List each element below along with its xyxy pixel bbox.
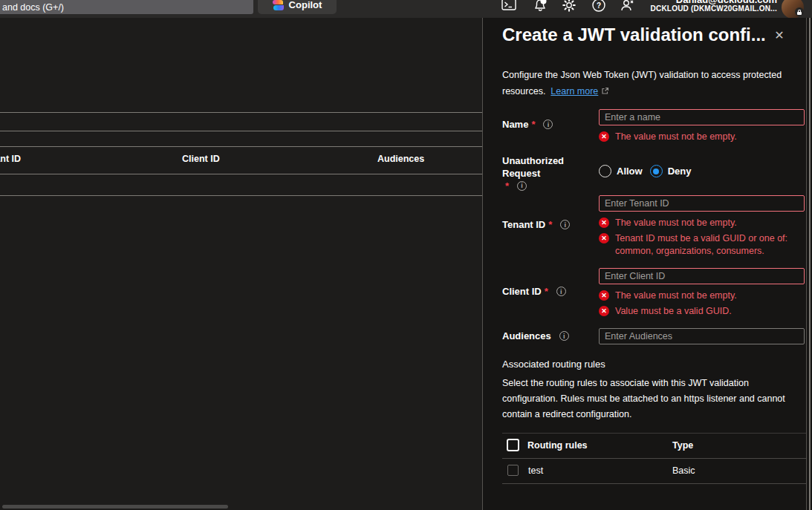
unauthorized-request-radio-group: Allow Deny <box>599 165 691 177</box>
horizontal-scrollbar[interactable] <box>2 505 228 509</box>
description-text: Configure the Json Web Token (JWT) valid… <box>502 70 782 97</box>
name-label: Name*i <box>502 119 553 130</box>
row-type-cell: Basic <box>672 465 695 476</box>
error-icon: ✕ <box>599 233 609 243</box>
table-border-top <box>502 433 806 434</box>
name-error: ✕ The value must not be empty. <box>599 131 737 143</box>
row-checkbox[interactable] <box>507 465 519 476</box>
required-marker: * <box>548 219 552 230</box>
page-title: Create a JWT validation confi... <box>502 24 766 45</box>
error-icon: ✕ <box>599 306 609 316</box>
row-name-cell: test <box>528 465 543 476</box>
settings-icon[interactable] <box>561 0 577 13</box>
lock-icon <box>795 7 804 16</box>
error-icon: ✕ <box>599 218 609 228</box>
tenant-id-input[interactable] <box>599 195 805 212</box>
tenant-id-error-2: ✕ Tenant ID must be a valid GUID or one … <box>599 232 805 258</box>
notifications-icon[interactable] <box>532 0 548 13</box>
info-icon[interactable]: i <box>517 181 527 191</box>
info-icon[interactable]: i <box>559 331 569 341</box>
info-icon[interactable]: i <box>556 287 566 296</box>
screen: Copilot ? Danlad@dckloud.com DCKLOUD (DK… <box>0 0 812 510</box>
account-tenant: DCKLOUD (DKMCW20GMAIL.ON... <box>651 4 777 13</box>
routing-rules-description: Select the routing rules to associate wi… <box>502 376 802 422</box>
table-header-type: Type <box>672 440 693 451</box>
column-header-client-id: Client ID <box>182 154 220 164</box>
panel-description: Configure the Json Web Token (JWT) valid… <box>502 68 799 99</box>
divider <box>0 131 483 131</box>
vertical-scrollbar[interactable] <box>809 18 811 510</box>
error-icon: ✕ <box>599 131 609 142</box>
info-icon[interactable]: i <box>560 220 570 229</box>
routing-rules-heading: Associated routing rules <box>502 359 605 370</box>
feedback-icon[interactable] <box>620 0 636 13</box>
client-id-input[interactable] <box>599 268 805 284</box>
column-header-tenant-id: Tenant ID <box>0 154 21 164</box>
divider <box>0 174 483 174</box>
divider <box>0 146 483 147</box>
radio-deny[interactable] <box>650 165 663 177</box>
client-id-label: Client ID*i <box>502 286 566 297</box>
column-header-audiences: Audiences <box>377 154 424 164</box>
background-content: Tenant ID Client ID Audiences <box>0 18 483 510</box>
radio-deny-label: Deny <box>668 166 692 177</box>
unauthorized-request-label: Unauthorized Request*i <box>502 154 584 192</box>
divider <box>0 195 483 196</box>
table-divider <box>502 458 806 459</box>
account-info[interactable]: Danlad@dckloud.com DCKLOUD (DKMCW20GMAIL… <box>651 0 777 13</box>
required-marker: * <box>531 119 535 130</box>
copilot-label: Copilot <box>289 0 322 10</box>
cloud-shell-icon[interactable] <box>501 0 517 13</box>
name-input[interactable] <box>599 109 805 125</box>
close-icon[interactable]: ✕ <box>771 27 787 43</box>
tenant-id-label: Tenant ID*i <box>502 219 570 230</box>
search-input[interactable] <box>0 0 253 14</box>
help-icon[interactable]: ? <box>591 0 607 13</box>
radio-allow[interactable] <box>599 165 611 177</box>
svg-text:?: ? <box>597 1 601 10</box>
audiences-input[interactable] <box>599 328 805 344</box>
client-id-error-2: ✕ Value must be a valid GUID. <box>599 305 732 318</box>
scrollbar-track-border <box>806 18 807 510</box>
client-id-error-1: ✕ The value must not be empty. <box>599 290 737 302</box>
table-divider <box>502 483 806 484</box>
audiences-label: Audiencesi <box>502 330 569 341</box>
copilot-button[interactable]: Copilot <box>258 0 337 14</box>
jwt-validation-panel: Create a JWT validation confi... ✕ Confi… <box>483 18 812 510</box>
top-bar: Copilot ? Danlad@dckloud.com DCKLOUD (DK… <box>0 0 812 18</box>
required-marker: * <box>545 286 548 297</box>
required-marker: * <box>505 180 509 192</box>
learn-more-link[interactable]: Learn more <box>550 86 598 97</box>
info-icon[interactable]: i <box>543 120 553 129</box>
panel-edge-divider <box>482 18 483 510</box>
divider <box>0 112 483 113</box>
radio-allow-label: Allow <box>617 166 643 177</box>
error-icon: ✕ <box>599 290 609 301</box>
table-header-routing-rules: Routing rules <box>527 440 588 451</box>
select-all-checkbox[interactable] <box>507 439 519 451</box>
copilot-icon <box>273 0 284 10</box>
tenant-id-error-1: ✕ The value must not be empty. <box>599 217 737 229</box>
external-link-icon <box>601 87 609 95</box>
